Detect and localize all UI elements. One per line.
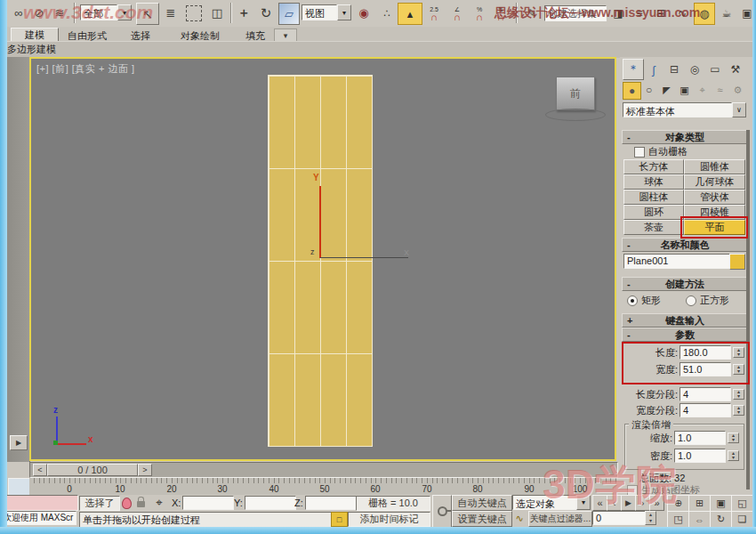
set-keys-button[interactable] <box>432 495 452 528</box>
z-coord-field[interactable] <box>305 496 357 510</box>
button-sphere[interactable]: 球体 <box>623 174 684 190</box>
rollout-keyboard-entry[interactable]: + 键盘输入 <box>622 313 747 328</box>
tab-hierarchy[interactable]: ⊟ <box>664 61 684 78</box>
bind-to-spacewarp-icon[interactable]: ≋ <box>50 3 69 23</box>
subtab-systems[interactable]: ⚙ <box>729 82 746 98</box>
zoom-button[interactable]: ⊕ <box>667 495 689 512</box>
ribbon-overflow-button[interactable]: ▾ <box>274 28 297 42</box>
render-setup-icon[interactable]: ☕ <box>717 3 736 23</box>
go-to-end-button[interactable]: » <box>649 495 664 511</box>
track-bar[interactable]: 0 10 20 30 40 50 60 70 80 90 100 <box>29 478 616 496</box>
percent-snap-toggle[interactable]: % ∩ <box>469 3 490 23</box>
viewcube-front-face[interactable]: 前 <box>570 86 581 101</box>
viewport-front[interactable]: [+] [前] [真实 + 边面 ] Y X z 前 z x <box>29 57 616 461</box>
previous-frame-button[interactable]: ‹ <box>607 495 622 511</box>
length-segs-spinner[interactable]: ▴▾ <box>733 389 744 400</box>
generate-mapping-coords-row[interactable]: 生成贴图坐标 <box>627 485 700 495</box>
radio-square[interactable]: 正方形 <box>686 294 729 307</box>
button-pyramid[interactable]: 四棱锥 <box>684 205 745 220</box>
use-pivot-center-icon[interactable]: ◉ <box>354 3 374 23</box>
subtab-spacewarps[interactable]: ≈ <box>712 82 728 98</box>
primitive-category-dropdown[interactable]: 标准基本体 ∨ <box>623 102 746 117</box>
absolute-transform-icon[interactable]: ⌖ <box>151 496 167 510</box>
maxscript-macro-recorder[interactable] <box>0 495 78 511</box>
pan-button[interactable]: ⇔ <box>688 511 711 528</box>
subtab-geometry[interactable]: ● <box>623 82 641 100</box>
rollout-parameters[interactable]: - 参数 <box>622 328 747 342</box>
keyboard-override-toggle[interactable]: ▲ <box>398 3 422 25</box>
render-density-field[interactable]: 1.0 <box>674 449 726 463</box>
object-name-field[interactable]: Plane001 <box>623 254 731 269</box>
button-tube[interactable]: 管状体 <box>684 190 745 205</box>
chevron-down-icon[interactable]: ▾ <box>117 4 132 20</box>
select-by-name-icon[interactable]: ≣ <box>161 3 181 23</box>
edit-named-selection-sets-icon[interactable]: ✎ <box>522 3 542 23</box>
play-button[interactable]: ▶ <box>621 495 636 511</box>
autogrid-checkbox[interactable] <box>634 147 645 158</box>
reference-coordinate-combo[interactable]: 视图 ▾ <box>302 4 351 20</box>
tab-utilities[interactable]: ⚒ <box>726 61 745 78</box>
zoom-extents-all-button[interactable]: ◱ <box>731 495 753 512</box>
isolate-selection-toggle[interactable]: □ <box>331 512 348 527</box>
length-field[interactable]: 180.0 <box>680 345 731 360</box>
button-cone[interactable]: 圆锥体 <box>684 159 745 174</box>
layer-manager-icon[interactable]: ⊟ <box>651 3 671 23</box>
render-scale-spinner[interactable]: ▴▾ <box>728 433 739 443</box>
align-icon[interactable]: ≡ <box>630 3 649 23</box>
subtab-cameras[interactable]: ▣ <box>676 82 693 98</box>
width-spinner[interactable]: ▴▾ <box>733 364 744 375</box>
ribbon-panel-polygon-modeling[interactable]: 多边形建模 <box>7 43 56 56</box>
mapping-coords-checkbox[interactable] <box>627 485 638 495</box>
time-slider-handle[interactable]: 0 / 100 <box>47 464 138 476</box>
length-segs-field[interactable]: 4 <box>680 387 731 401</box>
chevron-down-icon[interactable]: ▾ <box>576 495 591 510</box>
select-object-button[interactable]: ↖ <box>136 3 159 25</box>
selection-lock-icon[interactable] <box>137 497 145 507</box>
button-geosphere[interactable]: 几何球体 <box>684 174 745 190</box>
rollout-creation-method[interactable]: - 创建方法 <box>622 277 747 291</box>
viewcube[interactable]: 前 <box>556 77 595 110</box>
zoom-all-button[interactable]: ⊞ <box>688 495 711 512</box>
button-teapot[interactable]: 茶壶 <box>623 220 684 235</box>
expand-panel-button[interactable]: ▶ <box>10 435 28 450</box>
window-crossing-icon[interactable]: ◫ <box>207 3 227 23</box>
auto-key-button[interactable]: 自动关键点 <box>452 495 512 511</box>
spinner-snap-toggle[interactable]: ⇅ ∩ <box>490 3 511 23</box>
radio-rectangle[interactable]: 矩形 <box>627 294 661 307</box>
current-frame-field[interactable]: 0 <box>592 511 649 525</box>
select-and-link-icon[interactable]: ∞ <box>9 3 28 23</box>
viewport-menu-shading[interactable]: [真实 + 边面 ] <box>72 63 135 74</box>
frame-spinner[interactable]: ▴▾ <box>645 511 656 525</box>
button-cylinder[interactable]: 圆柱体 <box>623 190 684 205</box>
plane-object[interactable] <box>268 75 373 447</box>
viewport-menu-general[interactable]: [+] <box>36 63 49 74</box>
tab-create[interactable]: ＊ <box>623 59 644 80</box>
tab-display[interactable]: ▭ <box>705 61 725 78</box>
button-box[interactable]: 长方体 <box>623 159 684 174</box>
mirror-icon[interactable]: ◨ <box>608 3 628 23</box>
rollout-name-color[interactable]: - 名称和颜色 <box>622 238 747 252</box>
named-selection-sets-field[interactable]: 创建选择集 <box>544 5 607 21</box>
rollout-object-type[interactable]: - 对象类型 <box>622 130 747 144</box>
render-density-spinner[interactable]: ▴▾ <box>728 450 739 461</box>
key-filters-button[interactable]: 关键点过滤器... <box>528 511 592 527</box>
material-editor-icon[interactable]: ◍ <box>694 3 715 25</box>
welcome-balloon-icon[interactable] <box>122 498 132 509</box>
button-plane[interactable]: 平面 <box>684 220 745 235</box>
select-and-rotate-icon[interactable]: ↻ <box>256 3 276 23</box>
select-and-scale-icon[interactable]: ▱ <box>278 3 300 25</box>
select-and-move-icon[interactable]: ＋ <box>234 3 253 23</box>
set-key-button[interactable]: 设置关键点 <box>452 511 512 527</box>
time-slider-prev-button[interactable]: < <box>33 464 47 476</box>
subtab-lights[interactable]: ◤ <box>658 82 675 98</box>
panel-scrollbar[interactable] <box>746 130 750 490</box>
time-slider-next-button[interactable]: > <box>138 464 152 476</box>
width-segs-field[interactable]: 4 <box>680 403 731 417</box>
length-spinner[interactable]: ▴▾ <box>733 347 744 358</box>
tab-motion[interactable]: ◎ <box>685 61 704 78</box>
angle-snap-toggle[interactable]: ∠ ∩ <box>446 3 468 23</box>
go-to-start-button[interactable]: « <box>592 495 607 511</box>
snap-toggle-25[interactable]: 2.5 ∩ <box>423 3 445 23</box>
tab-modify[interactable]: ʃ <box>644 61 664 78</box>
time-slider-track[interactable]: < 0 / 100 > <box>29 462 618 478</box>
